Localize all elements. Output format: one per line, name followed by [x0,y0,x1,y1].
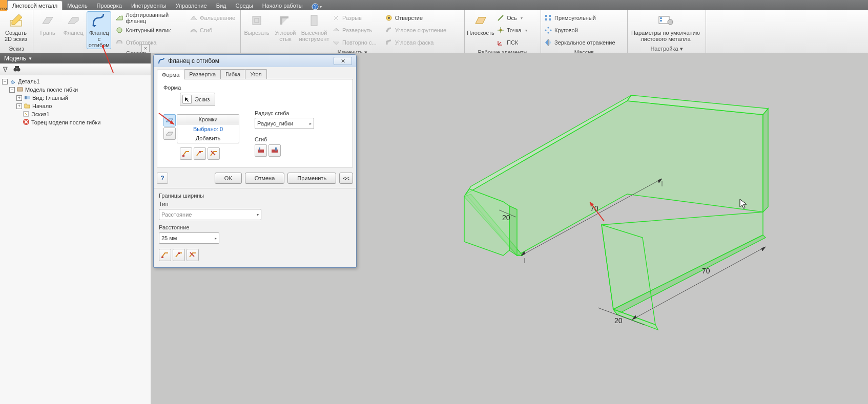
panel-title-bar[interactable]: Модель▼ [0,53,151,63]
width-opt-3[interactable] [187,249,199,261]
svg-rect-21 [660,17,662,19]
type-combo[interactable]: Расстояние▾ [159,209,261,220]
distance-input[interactable]: 25 мм▸ [159,232,219,244]
face-button[interactable]: Грань [35,11,60,37]
bend-small-button[interactable]: Сгиб [189,25,238,36]
svg-rect-33 [199,151,201,153]
width-opt-1[interactable] [159,249,171,261]
bend-style-2[interactable] [268,144,281,157]
settings-sheet-icon [657,12,674,29]
help-icon[interactable]: ? ▾ [312,3,322,10]
tree-item[interactable]: Торец модели после гибки [31,119,100,125]
select-sketch-button[interactable]: Эскиз [180,93,215,106]
apply-button[interactable]: Применить [287,173,336,184]
face-icon [39,12,56,29]
mirror-button[interactable]: Зеркальное отражение [543,37,618,48]
circ-pattern-button[interactable]: Круговой [543,25,618,36]
corner-round-button[interactable]: Угловое скругление [384,25,449,36]
offset-opt-2[interactable] [194,147,206,160]
refold-button[interactable]: Повторно с... [331,37,380,48]
punch-tool-button[interactable]: Высечной инструмент [300,11,328,43]
point-button[interactable]: Точка▾ [495,25,530,36]
contour-roll-button[interactable]: Контурный валик [114,25,184,36]
hem-icon [115,38,123,47]
panel-close-button[interactable]: × [141,44,150,52]
edge-mode-1-button[interactable] [163,114,176,126]
refold-icon [332,38,340,47]
collapse-button[interactable]: << [339,173,353,184]
app-badge: PRO [0,0,7,11]
hole-button[interactable]: Отверстие [384,12,449,24]
tab-model[interactable]: Модель [63,1,92,10]
tab-environments[interactable]: Среды [231,1,258,10]
svg-point-8 [388,17,390,19]
svg-point-25 [17,68,20,72]
contour-flange-dialog: Фланец с отгибом ✕ Форма Развертка Гибка… [153,54,357,268]
tab-getstarted[interactable]: Начало работы [258,1,307,10]
filter-icon[interactable]: ∇ [3,66,8,73]
ucs-button[interactable]: ПСК [495,37,530,48]
rip-button[interactable]: Разрыв [331,12,380,24]
dialog-tab-corner[interactable]: Угол [245,69,267,79]
svg-rect-38 [161,257,163,258]
binoculars-icon[interactable] [13,65,21,73]
flange-icon [65,12,81,29]
dialog-title-bar[interactable]: Фланец с отгибом ✕ [154,55,356,67]
sketch-icon [8,12,24,29]
tab-view[interactable]: Вид [212,1,231,10]
tab-manage[interactable]: Управление [171,1,211,10]
svg-rect-5 [255,18,259,23]
dialog-close-button[interactable]: ✕ [334,57,352,65]
ribbon: Создать 2D эскиз Эскиз Грань Фланец Флан… [0,10,868,53]
cancel-button[interactable]: Отмена [245,173,284,184]
dim-70b: 70 [702,267,710,275]
tree-item[interactable]: Модель после гибки [25,87,78,93]
ok-button[interactable]: ОК [215,173,242,184]
create-2d-sketch-button[interactable]: Создать 2D эскиз [2,11,30,43]
unfold-button[interactable]: Развернуть [331,25,380,36]
rect-pattern-button[interactable]: Прямоугольный [543,12,618,24]
tab-inspect[interactable]: Проверка [92,1,127,10]
corner-icon [277,12,294,29]
tab-sheet-metal[interactable]: Листовой металл [7,1,63,10]
dialog-help-button[interactable]: ? [157,173,168,184]
svg-point-24 [14,68,17,72]
tree-item[interactable]: Вид: Главный [32,95,68,101]
svg-rect-27 [17,88,23,91]
mirror-icon [544,38,552,47]
svg-rect-28 [25,96,27,99]
corner-chamfer-icon [385,38,393,47]
bend-style-1[interactable] [255,144,267,157]
width-opt-2[interactable] [173,249,185,261]
browser-tree[interactable]: −Деталь1 −Модель после гибки +Вид: Главн… [0,75,151,129]
tree-item[interactable]: Начало [32,103,52,109]
cut-button[interactable]: Вырезать [243,11,271,37]
contour-flange-button[interactable]: Фланец с отгибом [87,11,111,49]
lofted-flange-button[interactable]: Лофтированный фланец [114,12,184,24]
dialog-title: Фланец с отгибом [168,57,219,65]
edge-mode-2-button[interactable] [163,127,176,140]
axis-button[interactable]: Ось▾ [495,12,530,24]
plane-button[interactable]: Плоскость [467,11,494,37]
tree-item[interactable]: Эскиз1 [31,111,50,117]
corner-chamfer-button[interactable]: Угловая фаска [384,37,449,48]
sheet-metal-defaults-button[interactable]: Параметры по умолчанию листового металла [630,11,701,43]
bend-radius-combo[interactable]: Радиус_гибки▸ [255,118,314,129]
edges-listbox[interactable]: Кромки Выбрано: 0 Добавить [177,114,239,143]
width-bounds-label: Границы ширины [159,193,351,199]
dialog-tab-bend[interactable]: Гибка [220,69,245,79]
dialog-tab-shape[interactable]: Форма [157,70,184,79]
dialog-tab-unfold[interactable]: Развертка [184,69,221,79]
tree-part[interactable]: Деталь1 [18,78,40,84]
fold-seam-button[interactable]: Фальцевание [189,12,238,24]
corner-seam-button[interactable]: Угловой стык [272,11,299,43]
offset-opt-3[interactable] [208,147,220,160]
tab-tools[interactable]: Инструменты [127,1,171,10]
flange-button[interactable]: Фланец [61,11,86,37]
svg-rect-11 [545,15,547,17]
model-icon [16,86,24,94]
svg-point-17 [547,32,549,33]
offset-opt-1[interactable] [180,147,192,160]
svg-rect-35 [259,147,260,151]
svg-rect-6 [311,15,317,26]
